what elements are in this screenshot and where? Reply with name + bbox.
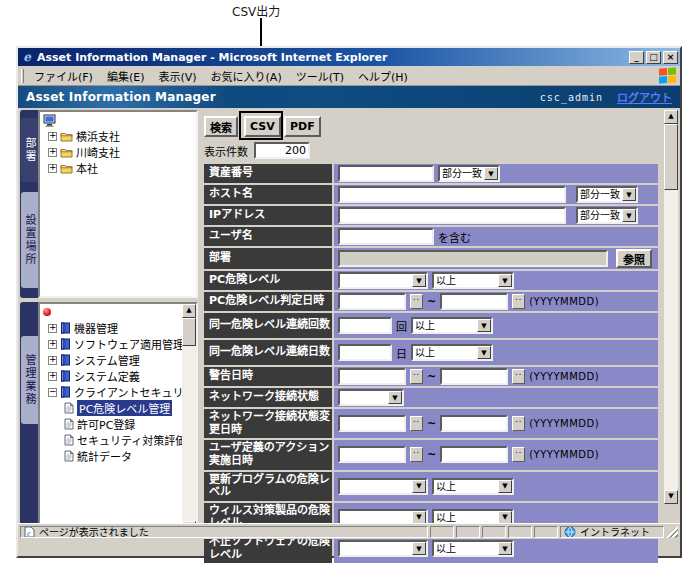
tree-root-network[interactable] <box>40 112 196 128</box>
date-picker-button[interactable]: .. <box>410 294 423 309</box>
reference-button[interactable]: 参照 <box>616 249 652 268</box>
tree-item-security-eval[interactable]: セキュリティ対策評価 <box>40 432 182 448</box>
display-count-input[interactable] <box>254 142 310 159</box>
menu-tools[interactable]: ツール(T) <box>289 66 351 86</box>
dropdown-arrow-icon[interactable] <box>498 480 512 493</box>
search-button[interactable]: 検索 <box>204 116 238 137</box>
asset-number-input[interactable] <box>338 165 434 182</box>
close-button[interactable]: × <box>663 51 678 64</box>
tree-item-system-def[interactable]: システム定義 <box>40 368 182 384</box>
expand-icon[interactable] <box>48 164 57 173</box>
date-to-input[interactable] <box>440 368 508 385</box>
department-input <box>338 250 608 267</box>
date-picker-button[interactable]: .. <box>410 447 423 462</box>
menu-view[interactable]: 表示(V) <box>151 66 203 86</box>
tree-item-kawasaki[interactable]: 川崎支社 <box>40 144 196 160</box>
collapse-icon[interactable] <box>48 388 57 397</box>
dropdown-arrow-icon[interactable] <box>477 346 491 359</box>
menu-favorites[interactable]: お気に入り(A) <box>204 66 289 86</box>
comparison-select[interactable]: 以上 <box>432 478 514 495</box>
admin-tree: 機器管理 ソフトウェア適用管理 システム管理 <box>38 302 198 537</box>
dropdown-arrow-icon[interactable] <box>498 542 512 555</box>
dropdown-arrow-icon[interactable] <box>388 391 402 404</box>
resize-grip[interactable] <box>666 526 678 538</box>
dropdown-arrow-icon[interactable] <box>477 319 491 332</box>
date-from-input[interactable] <box>338 368 406 385</box>
scroll-up-icon[interactable]: ▲ <box>182 304 196 318</box>
date-to-input[interactable] <box>440 415 508 432</box>
expand-icon[interactable] <box>48 324 57 333</box>
table-row: PC危険レベル 以上 <box>204 271 658 290</box>
match-type-select[interactable]: 部分一致 <box>438 165 500 182</box>
comparison-select[interactable]: 以上 <box>432 540 514 557</box>
menu-edit[interactable]: 編集(E) <box>100 66 152 86</box>
date-picker-button[interactable]: .. <box>512 369 525 384</box>
ip-address-input[interactable] <box>338 207 566 224</box>
date-to-input[interactable] <box>440 446 508 463</box>
tree-item-permitted-pc[interactable]: 許可PC登録 <box>40 416 182 432</box>
pdf-button[interactable]: PDF <box>284 116 321 137</box>
tree-item-yokohama[interactable]: 横浜支社 <box>40 128 196 144</box>
dropdown-arrow-icon[interactable] <box>484 167 498 180</box>
scroll-up-icon[interactable]: ▲ <box>664 110 678 124</box>
comparison-select[interactable]: 以上 <box>432 272 514 289</box>
consecutive-times-input[interactable] <box>338 317 392 334</box>
minimize-button[interactable]: _ <box>629 51 644 64</box>
network-status-select[interactable] <box>338 389 404 406</box>
tree-item-software-mgmt[interactable]: ソフトウェア適用管理 <box>40 336 182 352</box>
date-to-input[interactable] <box>440 293 508 310</box>
expand-icon[interactable] <box>48 148 57 157</box>
dropdown-arrow-icon[interactable] <box>412 542 426 555</box>
expand-icon[interactable] <box>48 372 57 381</box>
csv-output-callout-label: CSV出力 <box>232 2 280 19</box>
dropdown-arrow-icon[interactable] <box>412 274 426 287</box>
expand-icon[interactable] <box>48 356 57 365</box>
tree-item-label: クライアントセキュリティ管理 <box>74 384 198 400</box>
date-picker-button[interactable]: .. <box>410 416 423 431</box>
date-picker-button[interactable]: .. <box>512 416 525 431</box>
risk-level-select[interactable] <box>338 478 428 495</box>
risk-level-select[interactable] <box>338 540 428 557</box>
match-type-select[interactable]: 部分一致 <box>576 186 638 203</box>
tree-item-system-mgmt[interactable]: システム管理 <box>40 352 182 368</box>
tab-department[interactable]: 部署 <box>21 118 38 182</box>
tree-item-honsha[interactable]: 本社 <box>40 160 196 176</box>
date-picker-button[interactable]: .. <box>512 294 525 309</box>
date-picker-button[interactable]: .. <box>410 369 423 384</box>
user-name-input[interactable] <box>338 228 434 245</box>
dropdown-arrow-icon[interactable] <box>498 274 512 287</box>
main-scrollbar[interactable]: ▲ ▼ <box>664 110 678 504</box>
match-type-select[interactable]: 部分一致 <box>576 207 638 224</box>
tree-root-admin[interactable] <box>40 304 182 320</box>
csv-button[interactable]: CSV <box>244 116 281 137</box>
scroll-thumb[interactable] <box>182 318 196 346</box>
date-from-input[interactable] <box>338 293 406 310</box>
admin-tree-scrollbar[interactable]: ▲ ▼ <box>182 304 196 535</box>
tree-item-statistics[interactable]: 統計データ <box>40 448 182 464</box>
comparison-select[interactable]: 以上 <box>411 317 493 334</box>
maximize-button[interactable]: □ <box>646 51 661 64</box>
menu-help[interactable]: ヘルプ(H) <box>351 66 415 86</box>
tab-admin-tasks[interactable]: 管理業務 <box>21 336 38 424</box>
scroll-down-icon[interactable]: ▼ <box>664 490 678 504</box>
dropdown-arrow-icon[interactable] <box>622 209 636 222</box>
menu-file[interactable]: ファイル(F) <box>27 66 100 86</box>
logout-link[interactable]: ログアウト <box>617 89 672 105</box>
dropdown-arrow-icon[interactable] <box>412 480 426 493</box>
expand-icon[interactable] <box>48 340 57 349</box>
tab-location[interactable]: 設置場所 <box>21 192 38 288</box>
tree-item-client-security[interactable]: クライアントセキュリティ管理 <box>40 384 182 400</box>
date-from-input[interactable] <box>338 415 406 432</box>
tree-item-pc-risk-level[interactable]: PC危険レベル管理 <box>40 400 182 416</box>
comparison-select[interactable]: 以上 <box>411 344 493 361</box>
dropdown-arrow-icon[interactable] <box>622 188 636 201</box>
consecutive-days-input[interactable] <box>338 344 392 361</box>
days-unit: 日 <box>396 345 407 361</box>
host-name-input[interactable] <box>338 186 566 203</box>
scroll-thumb[interactable] <box>664 124 678 190</box>
expand-icon[interactable] <box>48 132 57 141</box>
date-picker-button[interactable]: .. <box>512 447 525 462</box>
risk-level-select[interactable] <box>338 272 428 289</box>
tree-item-equipment-mgmt[interactable]: 機器管理 <box>40 320 182 336</box>
date-from-input[interactable] <box>338 446 406 463</box>
